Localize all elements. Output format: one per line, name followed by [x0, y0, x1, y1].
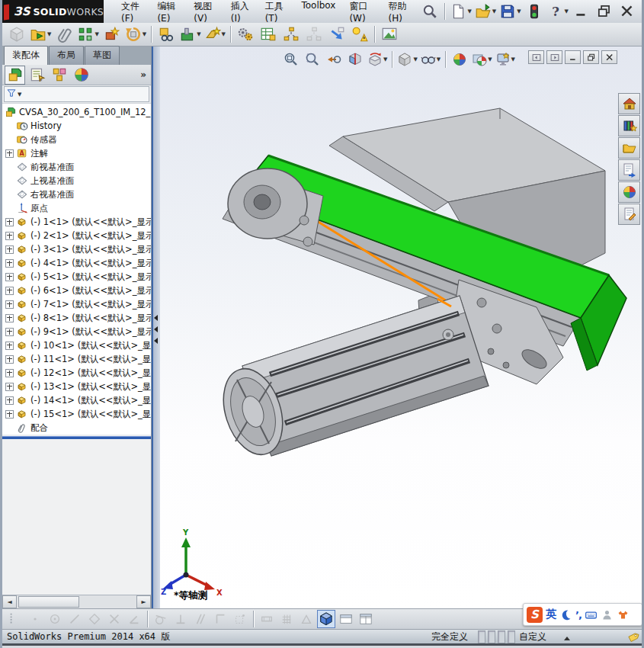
status-tag-icon[interactable] — [627, 632, 640, 646]
filter-dropdown-arrow[interactable]: ▼ — [18, 91, 21, 98]
linear-component-pattern-button[interactable]: ▼ — [76, 24, 99, 45]
snap-corner-button[interactable] — [211, 610, 229, 628]
tree-item-component-6[interactable]: (-) 6<1> (默认<<默认>_显示 — [2, 284, 151, 297]
model-cylinder-extrusion[interactable] — [213, 296, 489, 462]
tree-item-top-plane[interactable]: 上视基准面 — [2, 174, 151, 188]
expand-toggle-icon[interactable] — [5, 383, 14, 391]
tree-item-component-1[interactable]: (-) 1<1> (默认<<默认>_显示 — [2, 215, 151, 229]
restore-app-button[interactable] — [594, 1, 615, 22]
new-document-button[interactable]: ▼ — [449, 1, 472, 22]
edit-component-button[interactable] — [6, 24, 27, 45]
scroll-track[interactable] — [17, 595, 136, 608]
tree-filter[interactable]: ▼ — [4, 86, 149, 102]
file-explorer-button[interactable] — [618, 137, 640, 159]
zoom-to-fit-button[interactable] — [281, 50, 301, 69]
minimize-app-button[interactable] — [571, 1, 592, 22]
close-document-button[interactable] — [601, 50, 617, 64]
graphics-viewport[interactable]: Y X Z ▼▼▼▼▼ *等轴测 — [160, 47, 642, 608]
appearances-scenes-button[interactable] — [618, 181, 640, 203]
reference-geometry-button[interactable]: ▼ — [203, 24, 226, 45]
expand-toggle-icon[interactable] — [5, 232, 14, 240]
dropdown-arrow-icon[interactable]: ▼ — [511, 56, 515, 63]
status-config-caret-icon[interactable] — [564, 637, 570, 640]
smart-fasteners-button[interactable] — [101, 24, 123, 45]
ime-fullhalf-moon-icon[interactable] — [559, 608, 572, 621]
dropdown-arrow-icon[interactable]: ▼ — [488, 56, 492, 63]
snap-point-button[interactable] — [26, 610, 44, 628]
interference-detection-button[interactable] — [326, 24, 348, 45]
ime-user-icon[interactable] — [601, 608, 614, 621]
snap-nearest-button[interactable] — [231, 610, 249, 628]
show-hidden-components-button[interactable] — [155, 24, 177, 45]
dropdown-arrow-icon[interactable]: ▼ — [143, 31, 146, 37]
view-orientation-button[interactable]: ▼ — [367, 50, 388, 69]
expand-toggle-icon[interactable] — [5, 314, 14, 322]
displaymanager-tab-button[interactable] — [71, 66, 91, 85]
next-document-button[interactable] — [546, 50, 562, 64]
manager-tabs-overflow[interactable]: » — [140, 69, 146, 80]
close-app-button[interactable] — [617, 1, 638, 22]
tree-item-component-8[interactable]: (-) 8<1> (默认<<默认>_显示 — [2, 311, 151, 325]
tree-item-component-9[interactable]: (-) 9<1> (默认<<默认>_显示 — [2, 325, 151, 338]
expand-toggle-icon[interactable] — [5, 342, 14, 350]
snap-center-point-button[interactable] — [46, 610, 64, 628]
save-document-button[interactable]: ▼ — [498, 1, 521, 22]
solidworks-resources-button[interactable] — [618, 93, 640, 114]
dropdown-arrow-icon[interactable]: ▼ — [467, 8, 471, 14]
tree-item-history[interactable]: History — [2, 119, 151, 133]
tree-item-assembly-root[interactable]: CVSA_30_200_6_T100_IM_12_5_H_ — [2, 105, 151, 119]
previous-view-button[interactable] — [324, 50, 344, 69]
tree-item-component-13[interactable]: (-) 13<1> (默认<<默认>_显示 — [2, 380, 151, 393]
new-motion-study-button[interactable] — [235, 24, 256, 45]
tree-item-origin[interactable]: 原点 — [2, 201, 151, 215]
apply-scene-button[interactable]: ▼ — [471, 50, 492, 69]
dropdown-arrow-icon[interactable]: ▼ — [413, 56, 417, 63]
open-document-button[interactable]: ▼ — [474, 1, 497, 22]
custom-properties-button[interactable] — [618, 204, 640, 225]
hide-show-items-button[interactable]: ▼ — [420, 50, 441, 69]
insert-components-button[interactable]: ▼ — [29, 24, 52, 45]
dropdown-arrow-icon[interactable]: ▼ — [565, 8, 569, 14]
tree-item-component-5[interactable]: (-) 5<1> (默认<<默认>_显示 — [2, 270, 151, 284]
status-configuration[interactable]: 自定义 — [519, 630, 546, 643]
scroll-left-arrow[interactable]: ◄ — [2, 595, 17, 608]
dropdown-arrow-icon[interactable]: ▼ — [47, 31, 51, 37]
tree-horizontal-scrollbar[interactable]: ◄ ► — [2, 595, 151, 608]
view-settings-button[interactable]: ▼ — [495, 50, 516, 69]
scroll-thumb[interactable] — [18, 596, 79, 608]
toolbar-drag-grip-button[interactable] — [6, 610, 24, 628]
expand-toggle-icon[interactable] — [5, 273, 14, 281]
expand-toggle-icon[interactable] — [5, 287, 14, 295]
take-snapshot-button[interactable] — [379, 24, 400, 45]
dropdown-arrow-icon[interactable]: ▼ — [517, 8, 521, 14]
snap-intersection-button[interactable] — [105, 610, 123, 628]
previous-document-button[interactable] — [528, 50, 544, 64]
snap-grid-button[interactable] — [277, 610, 296, 628]
tree-item-component-14[interactable]: (-) 14<1> (默认<<默认>_显示 — [2, 393, 151, 407]
tree-item-annotations[interactable]: A注解 — [2, 146, 151, 160]
expand-toggle-icon[interactable] — [5, 245, 14, 254]
expand-toggle-icon[interactable] — [5, 218, 14, 226]
section-view-button[interactable] — [345, 50, 365, 69]
display-shaded-with-edges-button[interactable] — [317, 610, 335, 628]
splitter-grip[interactable] — [154, 315, 158, 344]
tree-item-mates[interactable]: 配合 — [2, 421, 151, 435]
tree-item-component-15[interactable]: (-) 15<1> (默认<<默认>_显示 — [2, 407, 151, 421]
tree-item-component-7[interactable]: (-) 7<1> (默认<<默认>_显示 — [2, 297, 151, 311]
ime-punctuation-toggle[interactable]: ’, — [575, 609, 582, 621]
zoom-to-area-button[interactable] — [303, 50, 322, 69]
options-traffic-light-button[interactable] — [524, 1, 545, 22]
viewport-layout-button[interactable] — [337, 610, 355, 628]
expand-toggle-icon[interactable] — [5, 410, 14, 419]
expand-toggle-icon[interactable] — [5, 355, 14, 364]
tab-layout[interactable]: 布局 — [49, 46, 84, 65]
dropdown-arrow-icon[interactable]: ▼ — [492, 8, 496, 14]
propertymanager-tab-button[interactable] — [27, 66, 47, 85]
featuremanager-tree-tab-button[interactable] — [5, 66, 25, 85]
ime-bar[interactable]: S 英 ’, — [523, 603, 642, 626]
tree-item-component-2[interactable]: (-) 2<1> (默认<<默认>_显示 — [2, 229, 151, 242]
snap-parallel-button[interactable] — [191, 610, 210, 628]
tree-item-component-4[interactable]: (-) 4<1> (默认<<默认>_显示 — [2, 256, 151, 270]
tab-sketch[interactable]: 草图 — [85, 46, 120, 65]
expand-toggle-icon[interactable] — [5, 328, 14, 336]
